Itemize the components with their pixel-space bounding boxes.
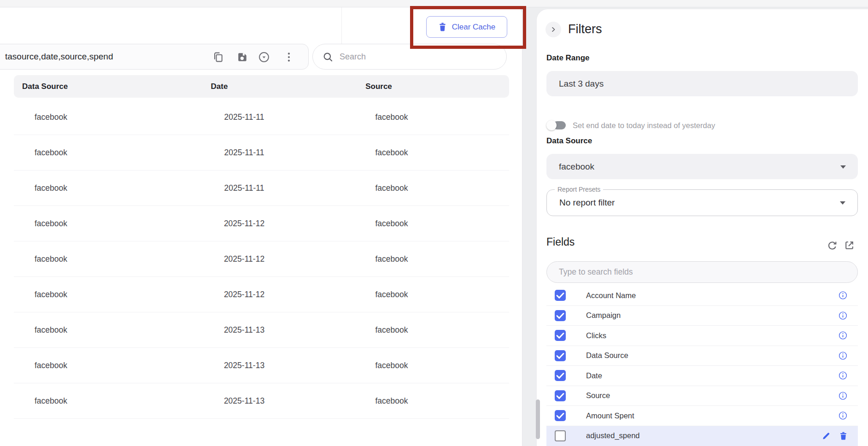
fields-search-placeholder: Type to search fields	[559, 262, 633, 282]
search-placeholder: Search	[340, 44, 366, 69]
panel-title: Filters	[568, 22, 602, 36]
cell-date: 2025-11-11	[224, 100, 264, 135]
cell-date: 2025-11-13	[224, 348, 264, 383]
info-icon[interactable]	[838, 291, 848, 300]
info-icon[interactable]	[838, 371, 848, 381]
refresh-icon[interactable]	[827, 240, 838, 251]
table-row[interactable]: facebook2025-11-13facebook	[14, 312, 509, 348]
table-row[interactable]: facebook2025-11-12facebook	[14, 206, 509, 241]
table-row[interactable]: facebook2025-11-13facebook	[14, 383, 509, 419]
table-row[interactable]: facebook2025-11-13facebook	[14, 348, 509, 383]
field-label: Data Source	[586, 351, 628, 360]
report-presets-select[interactable]: Report Presets No report filter	[546, 189, 858, 216]
chevron-right-icon	[549, 25, 557, 34]
edit-pencil-icon[interactable]	[821, 431, 831, 440]
column-header-source[interactable]: Source	[365, 75, 392, 98]
field-checkbox[interactable]	[555, 310, 566, 321]
fields-title: Fields	[546, 236, 575, 248]
info-icon[interactable]	[838, 391, 848, 400]
field-row-data-source[interactable]: Data Source	[546, 346, 858, 366]
field-label: Source	[586, 391, 610, 400]
cell-source: facebook	[375, 241, 408, 277]
date-range-label: Date Range	[546, 53, 590, 63]
table-body: facebook2025-11-11facebook facebook2025-…	[14, 100, 509, 419]
cell-source: facebook	[375, 383, 408, 419]
info-icon[interactable]	[838, 411, 848, 421]
cell-source: facebook	[375, 135, 408, 170]
field-label: Account Name	[586, 291, 636, 300]
field-row-adjusted-spend[interactable]: adjusted_spend	[546, 426, 858, 446]
table-row[interactable]: facebook2025-11-11facebook	[14, 100, 509, 135]
table-row[interactable]: facebook2025-11-12facebook	[14, 241, 509, 277]
caret-down-icon	[840, 165, 846, 169]
cell-date: 2025-11-13	[224, 383, 264, 419]
data-source-label: Data Source	[546, 136, 592, 146]
field-row-account-name[interactable]: Account Name	[546, 286, 858, 306]
cell-data-source: facebook	[35, 100, 67, 135]
cell-source: facebook	[375, 277, 408, 312]
cell-date: 2025-11-12	[224, 206, 264, 241]
field-row-campaign[interactable]: Campaign	[546, 306, 858, 326]
cell-data-source: facebook	[35, 135, 67, 170]
field-checkbox[interactable]	[555, 410, 566, 421]
cell-source: facebook	[375, 100, 408, 135]
cell-data-source: facebook	[35, 277, 67, 312]
panel-scrollbar-thumb[interactable]	[536, 399, 540, 439]
info-icon[interactable]	[838, 331, 848, 340]
caret-down-icon	[840, 201, 845, 205]
field-label: Amount Spent	[586, 411, 634, 420]
fields-list: Account Name Campaign Clicks Data Source…	[546, 286, 858, 446]
field-label: Clicks	[586, 331, 606, 340]
data-source-select[interactable]: facebook	[546, 154, 858, 179]
field-row-amount-spent[interactable]: Amount Spent	[546, 406, 858, 426]
browser-top-strip	[0, 0, 868, 7]
external-link-icon[interactable]	[844, 240, 855, 251]
field-checkbox[interactable]	[555, 430, 566, 441]
cell-source: facebook	[375, 170, 408, 206]
field-row-date[interactable]: Date	[546, 366, 858, 386]
cell-data-source: facebook	[35, 206, 67, 241]
circle-chevron-down-icon[interactable]	[258, 51, 270, 64]
save-icon[interactable]	[236, 51, 249, 64]
table-search-box[interactable]: Search	[312, 44, 507, 70]
column-header-data-source[interactable]: Data Source	[22, 75, 68, 98]
cell-source: facebook	[375, 206, 408, 241]
cell-data-source: facebook	[35, 170, 67, 206]
filters-panel: Filters Date Range Last 3 days Set end d…	[537, 9, 868, 446]
table-row[interactable]: facebook2025-11-12facebook	[14, 277, 509, 312]
field-checkbox[interactable]	[555, 390, 566, 401]
info-icon[interactable]	[838, 351, 848, 360]
table-row[interactable]: facebook2025-11-11facebook	[14, 135, 509, 170]
field-row-clicks[interactable]: Clicks	[546, 326, 858, 346]
field-expression-bar: tasource,date,source,spend	[0, 44, 309, 70]
cell-source: facebook	[375, 348, 408, 383]
kebab-menu-icon[interactable]	[282, 51, 295, 64]
end-date-toggle[interactable]	[546, 120, 566, 130]
cell-data-source: facebook	[35, 383, 67, 419]
cell-date: 2025-11-11	[224, 170, 264, 206]
trash-icon[interactable]	[839, 431, 848, 440]
field-row-source[interactable]: Source	[546, 386, 858, 406]
cell-source: facebook	[375, 312, 408, 348]
trash-icon	[438, 22, 447, 32]
column-header-date[interactable]: Date	[211, 75, 228, 98]
field-checkbox[interactable]	[555, 290, 566, 301]
toggle-thumb	[546, 120, 557, 130]
collapse-panel-button[interactable]	[545, 22, 561, 37]
field-label: adjusted_spend	[586, 431, 640, 440]
info-icon[interactable]	[838, 311, 848, 320]
cell-date: 2025-11-13	[224, 312, 264, 348]
field-label: Campaign	[586, 311, 621, 320]
date-range-input[interactable]: Last 3 days	[546, 71, 858, 96]
fields-search-box[interactable]: Type to search fields	[546, 261, 858, 283]
table-row[interactable]: facebook2025-11-11facebook	[14, 170, 509, 206]
end-date-toggle-row: Set end date to today instead of yesterd…	[546, 120, 715, 130]
field-expression-input[interactable]: tasource,date,source,spend	[5, 44, 113, 69]
field-label: Date	[586, 371, 602, 380]
cell-data-source: facebook	[35, 348, 67, 383]
field-checkbox[interactable]	[555, 370, 566, 381]
field-checkbox[interactable]	[555, 350, 566, 361]
field-checkbox[interactable]	[555, 330, 566, 341]
clear-cache-button[interactable]: Clear Cache	[426, 16, 507, 38]
copy-icon[interactable]	[211, 51, 224, 64]
